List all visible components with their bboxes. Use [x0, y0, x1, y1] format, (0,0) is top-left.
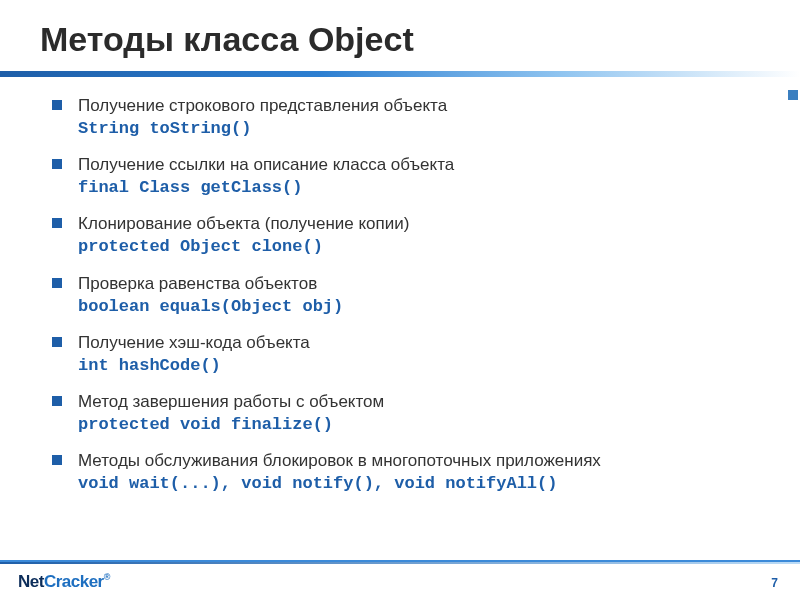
item-code: String toString() [78, 119, 251, 138]
list-item: Получение строкового представления объек… [50, 95, 760, 140]
item-code: void wait(...), void notify(), void noti… [78, 474, 557, 493]
item-description: Проверка равенства объектов [78, 274, 317, 293]
divider-bar [0, 71, 800, 77]
slide: Методы класса Object Получение строковог… [0, 0, 800, 600]
logo-registered-icon: ® [104, 572, 110, 582]
page-number: 7 [771, 576, 778, 590]
list-item: Методы обслуживания блокировок в многопо… [50, 450, 760, 495]
item-description: Методы обслуживания блокировок в многопо… [78, 451, 601, 470]
item-code: boolean equals(Object obj) [78, 297, 343, 316]
item-description: Получение строкового представления объек… [78, 96, 447, 115]
footer-divider [0, 562, 800, 564]
bullet-list: Получение строкового представления объек… [40, 95, 760, 495]
item-code: protected Object clone() [78, 237, 323, 256]
logo-part-net: Net [18, 572, 44, 591]
item-code: int hashCode() [78, 356, 221, 375]
list-item: Получение хэш-кода объекта int hashCode(… [50, 332, 760, 377]
list-item: Клонирование объекта (получение копии) p… [50, 213, 760, 258]
list-item: Проверка равенства объектов boolean equa… [50, 273, 760, 318]
list-item: Метод завершения работы с объектом prote… [50, 391, 760, 436]
item-code: protected void finalize() [78, 415, 333, 434]
logo: NetCracker® [18, 572, 110, 592]
item-description: Метод завершения работы с объектом [78, 392, 384, 411]
list-item: Получение ссылки на описание класса объе… [50, 154, 760, 199]
item-description: Получение ссылки на описание класса объе… [78, 155, 454, 174]
decorative-square-icon [788, 90, 798, 100]
logo-part-cracker: Cracker [44, 572, 104, 591]
slide-title: Методы класса Object [40, 20, 760, 59]
item-description: Получение хэш-кода объекта [78, 333, 310, 352]
footer: NetCracker® 7 [0, 560, 800, 600]
item-description: Клонирование объекта (получение копии) [78, 214, 409, 233]
item-code: final Class getClass() [78, 178, 302, 197]
